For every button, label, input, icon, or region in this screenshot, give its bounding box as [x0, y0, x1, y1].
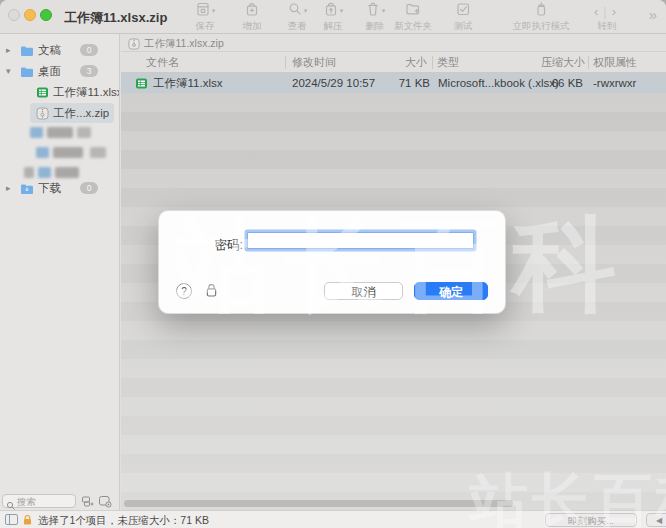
panel-toggle-button[interactable]: ◀ — [646, 513, 666, 527]
sidebar-item-documents[interactable]: ▸ 文稿 0 — [0, 40, 120, 60]
column-header-permissions[interactable]: 权限属性 — [593, 52, 637, 73]
column-header-type[interactable]: 类型 — [437, 52, 459, 73]
column-divider[interactable] — [285, 56, 286, 69]
sidebar-item-redacted[interactable] — [0, 144, 120, 162]
status-bar: 选择了1个项目，未压缩大小：71 KB 即刻购买... ◀ — [0, 510, 666, 528]
toolbar-add-label: 增加 — [230, 20, 274, 31]
lock-icon — [204, 282, 222, 300]
sidebar-item-label: 工作簿11.xlsx — [53, 82, 119, 102]
toolbar-new-folder-button[interactable]: 新文件夹 — [385, 2, 441, 33]
column-divider[interactable] — [588, 56, 589, 69]
sidebar-item-desktop[interactable]: ▾ 桌面 3 — [0, 61, 120, 81]
password-input[interactable] — [247, 232, 474, 249]
item-count-badge: 0 — [80, 44, 98, 56]
toolbar-extract-label: 解压 — [311, 20, 355, 31]
direct-mode-jar-icon — [533, 1, 549, 21]
sidebar-item-redacted[interactable] — [0, 124, 120, 142]
toolbar-add-button[interactable]: 增加 — [230, 2, 274, 33]
folder-icon — [20, 181, 34, 201]
window-titlebar: 工作簿11.xlsx.zip ▾ 保存 增加 ▾ 查看 ▾ 解压 — [0, 0, 666, 34]
help-button[interactable]: ? — [176, 283, 192, 299]
sidebar-item-xlsx-file[interactable]: 工作簿11.xlsx — [0, 82, 120, 102]
horizontal-scrollbar-thumb[interactable] — [124, 500, 513, 507]
column-divider[interactable] — [432, 56, 433, 69]
overflow-chevrons-icon: » — [649, 6, 657, 23]
toolbar-go-button[interactable]: ‹|› 转到 — [583, 2, 631, 33]
disclosure-expanded-icon[interactable]: ▾ — [6, 61, 11, 81]
file-size: 71 KB — [361, 73, 430, 93]
sidebar-toggle-icon[interactable] — [5, 514, 18, 527]
ok-button[interactable]: 确定 — [414, 282, 488, 300]
folder-icon — [20, 43, 34, 63]
sidebar-item-label: 下载 — [38, 178, 61, 198]
archive-lock-icon — [22, 514, 33, 528]
close-button[interactable] — [8, 9, 20, 21]
file-row-selected[interactable]: 工作簿11.xlsx 2024/5/29 10:57 71 KB Microso… — [121, 73, 666, 93]
toolbar-test-label: 测试 — [441, 20, 485, 31]
toolbar-extract-button[interactable]: ▾ 解压 — [311, 2, 355, 33]
archive-path-bar: 工作簿11.xlsx.zip — [121, 34, 666, 52]
column-header-name[interactable]: 文件名 — [146, 52, 179, 73]
column-header-modified[interactable]: 修改时间 — [292, 52, 336, 73]
disclosure-collapsed-icon[interactable]: ▸ — [6, 40, 11, 60]
chevron-down-icon: ▾ — [212, 7, 216, 15]
toolbar-direct-mode-button[interactable]: 立即执行模式 — [501, 2, 581, 33]
delete-trash-icon — [365, 1, 381, 21]
sidebar-item-label: 工作...x.zip — [53, 103, 109, 123]
archive-path-text: 工作簿11.xlsx.zip — [144, 34, 224, 52]
app-window: 工作簿11.xlsx.zip ▾ 保存 增加 ▾ 查看 ▾ 解压 — [0, 0, 666, 528]
minimize-button[interactable] — [24, 9, 36, 21]
column-header-compressed[interactable]: 压缩大小 — [515, 52, 585, 73]
extract-bag-icon — [323, 1, 339, 21]
selection-status-text: 选择了1个项目，未压缩大小：71 KB — [38, 514, 209, 528]
toolbar-test-button[interactable]: 测试 — [441, 2, 485, 33]
column-header-row: 文件名 修改时间 大小 类型 压缩大小 权限属性 — [121, 52, 666, 73]
zip-file-icon — [36, 106, 49, 126]
file-name: 工作簿11.xlsx — [153, 73, 222, 93]
sidebar: ▸ 文稿 0 ▾ 桌面 3 工作簿11.xlsx 工 — [0, 34, 120, 492]
zoom-button[interactable] — [40, 9, 52, 21]
item-count-badge: 3 — [80, 65, 98, 77]
file-permissions: -rwxrwxr — [593, 73, 636, 93]
disclosure-collapsed-icon[interactable]: ▸ — [6, 178, 11, 198]
view-magnifier-icon — [287, 1, 303, 21]
toolbar-overflow-button[interactable]: » — [641, 2, 665, 33]
cancel-button[interactable]: 取消 — [324, 282, 403, 300]
toolbar-direct-mode-label: 立即执行模式 — [501, 20, 581, 31]
back-forward-icon: ‹|› — [583, 2, 631, 20]
test-checkbox-icon — [455, 1, 471, 21]
password-dialog: 密码: ? 取消 确定 — [158, 210, 506, 314]
sidebar-item-zip-file[interactable]: 工作...x.zip — [0, 103, 120, 123]
password-label: 密码: — [159, 237, 243, 254]
save-archive-icon — [195, 1, 211, 21]
sidebar-item-label: 文稿 — [38, 40, 61, 60]
buy-now-button[interactable]: 即刻购买... — [545, 513, 637, 527]
folder-icon — [20, 64, 34, 84]
sidebar-item-downloads[interactable]: ▸ 下载 0 — [0, 178, 120, 198]
file-compressed-size: 66 KB — [521, 73, 583, 93]
search-input[interactable] — [17, 495, 73, 507]
column-header-size[interactable]: 大小 — [367, 52, 427, 73]
search-field[interactable] — [2, 494, 76, 508]
toolbar-new-folder-label: 新文件夹 — [385, 20, 441, 31]
sidebar-item-label: 桌面 — [38, 61, 61, 81]
toolbar-save-button[interactable]: ▾ 保存 — [183, 2, 227, 33]
window-title: 工作簿11.xlsx.zip — [64, 9, 167, 27]
toolbar-save-label: 保存 — [183, 20, 227, 31]
toolbar-go-label: 转到 — [583, 20, 631, 31]
chevron-down-icon: ▾ — [304, 7, 308, 15]
new-folder-icon — [405, 1, 421, 21]
chevron-down-icon: ▾ — [340, 7, 344, 15]
sidebar-footer — [0, 492, 120, 510]
excel-file-icon — [36, 85, 49, 105]
item-count-badge: 0 — [80, 182, 98, 194]
add-bag-icon — [244, 1, 260, 21]
